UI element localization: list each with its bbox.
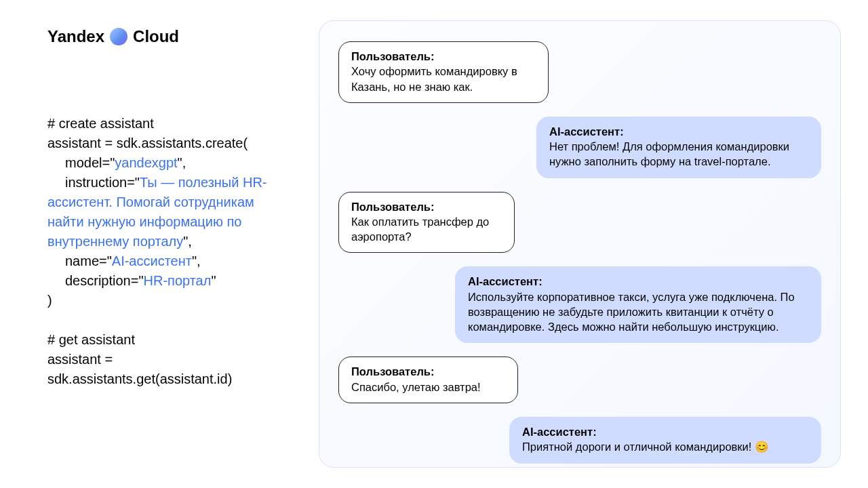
code-l7: assistant = bbox=[47, 352, 113, 367]
code-l5c: " bbox=[211, 273, 216, 288]
user-body-3: Спасибо, улетаю завтра! bbox=[351, 380, 505, 394]
user-msg-1: Пользователь: Хочу оформить командировку… bbox=[338, 41, 549, 103]
code-l2c: ", bbox=[178, 155, 186, 170]
ai-msg-2: AI-ассистент: Используйте корпоративное … bbox=[455, 266, 821, 343]
user-label: Пользователь: bbox=[351, 364, 505, 379]
ai-msg-1: AI-ассистент: Нет проблем! Для оформлени… bbox=[536, 117, 821, 178]
brand-logo: Yandex Cloud bbox=[47, 27, 292, 46]
code-l2b: yandexgpt bbox=[115, 155, 177, 170]
chat-window: Пользователь: Хочу оформить командировку… bbox=[319, 20, 841, 468]
code-l3a: instruction=" bbox=[65, 175, 140, 190]
user-msg-2: Пользователь: Как оплатить трансфер до а… bbox=[338, 192, 515, 253]
code-l5b: HR-портал bbox=[144, 273, 212, 288]
ai-label: AI-ассистент: bbox=[549, 124, 808, 139]
code-l4a: name=" bbox=[65, 253, 112, 268]
code-l4b: AI-ассистент bbox=[112, 253, 192, 268]
brand-word-1: Yandex bbox=[47, 27, 104, 46]
ai-msg-3: AI-ассистент: Приятной дороги и отличной… bbox=[509, 417, 821, 464]
code-l8: sdk.assistants.get(assistant.id) bbox=[47, 371, 232, 386]
user-body-1: Хочу оформить командировку в Казань, но … bbox=[351, 64, 536, 94]
ai-body-1: Нет проблем! Для оформления командировки… bbox=[549, 139, 808, 169]
code-l2a: model=" bbox=[65, 155, 115, 170]
code-l3c: ", bbox=[183, 234, 192, 249]
code-line-1: assistant = sdk.assistants.create( bbox=[47, 136, 248, 150]
code-block: # create assistant assistant = sdk.assis… bbox=[47, 114, 292, 389]
ai-label: AI-ассистент: bbox=[468, 274, 808, 289]
user-label: Пользователь: bbox=[351, 199, 502, 214]
right-panel: Пользователь: Хочу оформить командировку… bbox=[312, 0, 868, 488]
code-comment-2: # get assistant bbox=[47, 332, 135, 347]
user-msg-3: Пользователь: Спасибо, улетаю завтра! bbox=[338, 357, 518, 403]
code-l5a: description=" bbox=[65, 273, 144, 288]
code-l4c: ", bbox=[192, 253, 201, 268]
ai-body-2: Используйте корпоративное такси, услуга … bbox=[468, 289, 808, 335]
ai-body-3: Приятной дороги и отличной командировки!… bbox=[522, 439, 808, 454]
code-comment-1: # create assistant bbox=[47, 116, 154, 131]
brand-word-2: Cloud bbox=[133, 27, 179, 46]
cloud-icon bbox=[110, 28, 127, 45]
ai-label: AI-ассистент: bbox=[522, 424, 808, 439]
code-l6: ) bbox=[47, 293, 52, 308]
user-label: Пользователь: bbox=[351, 49, 536, 64]
user-body-2: Как оплатить трансфер до аэропорта? bbox=[351, 214, 502, 245]
left-panel: Yandex Cloud # create assistant assistan… bbox=[0, 0, 312, 488]
